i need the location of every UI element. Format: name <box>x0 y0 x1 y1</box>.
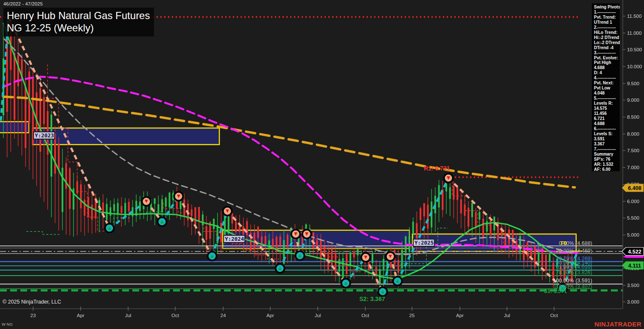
svg-text:5.000: 5.000 <box>627 232 639 237</box>
pivot-panel-line: Pvt High <box>594 60 620 65</box>
pivot-panel-line: Pvt Low <box>594 86 620 91</box>
svg-text:24: 24 <box>221 313 226 318</box>
pivot-panel-line: 4.688 <box>594 121 620 126</box>
svg-text:6.000: 6.000 <box>627 199 639 204</box>
year-range-chip[interactable]: Y:2025 <box>413 239 434 246</box>
pivot-panel-line: Pvt. Next: <box>594 81 620 86</box>
chart-window: Y:2023Y:2024Y:20250.00% (4.688)20.00% (4… <box>0 0 644 329</box>
svg-text:Y:2023: Y:2023 <box>35 132 54 139</box>
svg-text:Oct: Oct <box>361 313 370 318</box>
pivot-panel-line: 7.------------- <box>594 147 620 152</box>
copyright-label: © 2025 NinjaTrader, LLC <box>3 299 61 305</box>
svg-text:Y:2024: Y:2024 <box>225 236 244 242</box>
svg-text:Oct: Oct <box>171 313 179 318</box>
pivot-panel-line: 2.------------- <box>594 25 620 30</box>
price-marker: 6.408 <box>622 184 644 192</box>
svg-text:Jul: Jul <box>125 313 132 318</box>
pivot-panel-line: D: 4 <box>594 70 620 75</box>
pivot-panel-line: 4.048 <box>594 91 620 96</box>
pivot-panel-line: AR: 1.532 <box>594 162 620 167</box>
pivot-panel-line: Summary <box>594 152 620 157</box>
fib-level-label: 78.60% (3.826) <box>556 270 592 276</box>
pivot-panel-line: AF: 6.00 <box>594 167 620 172</box>
svg-text:Oct: Oct <box>550 313 558 318</box>
svg-text:9.500: 9.500 <box>627 81 639 86</box>
svg-text:4.111: 4.111 <box>628 263 641 269</box>
pivot-panel-line: 11.456 <box>594 111 620 116</box>
fib-level-label: 61.80% (4.010) <box>556 264 592 270</box>
pivot-panel-line: 1.------------- <box>594 10 620 15</box>
pivot-panel-line: Pvt. Evolve: <box>594 56 620 61</box>
svg-text:7.500: 7.500 <box>627 148 639 153</box>
svg-text:9.000: 9.000 <box>627 98 639 103</box>
price-marker: 4.522 <box>622 248 644 258</box>
price-axis[interactable]: 11.50011.00010.50010.0009.5009.0008.5008… <box>623 14 642 304</box>
pivot-panel-line: Lo:-2 DTrend <box>594 40 620 45</box>
svg-text:Apr: Apr <box>77 313 84 318</box>
level-annotation: S1: 3.591 <box>544 288 567 294</box>
svg-text:Jul: Jul <box>315 313 321 318</box>
year-range-rect <box>33 128 219 145</box>
svg-text:6.408: 6.408 <box>628 185 641 191</box>
chart-title-line1: Henry Hub Natural Gas Futures <box>7 9 150 22</box>
svg-text:8.000: 8.000 <box>627 131 639 137</box>
year-range-chip[interactable]: Y:2024 <box>224 235 245 243</box>
pivot-panel-line: Hi:-2 DTrend <box>594 35 620 40</box>
pivot-panel-line: HiLo Trend: <box>594 30 620 35</box>
fib-level-label: 20.00% (4.469) <box>556 248 592 254</box>
svg-text:8.500: 8.500 <box>627 114 639 120</box>
instrument-label: W NG <box>2 322 13 326</box>
svg-text:Y:2025: Y:2025 <box>414 240 434 246</box>
trail-stop-line <box>26 231 59 234</box>
svg-text:25: 25 <box>409 313 415 318</box>
date-range-label: 46/2022 - 47/2025 <box>3 1 43 6</box>
pivot-panel-line: 4.688 <box>594 65 620 70</box>
svg-text:3.500: 3.500 <box>627 283 639 288</box>
swing-pivots-panel: Swing Pivots1.-------------Pvt. Trend:UT… <box>592 3 620 171</box>
chart-title: Henry Hub Natural Gas Futures NG 12-25 (… <box>3 8 154 36</box>
pivot-panel-line: Pvt. Trend: <box>594 15 620 20</box>
pivot-panel-line: Levels R: <box>594 101 620 106</box>
svg-text:Jul: Jul <box>504 313 510 318</box>
level-annotation: R1: 6.721 <box>424 165 450 172</box>
pivot-panel-line: 3.------------- <box>594 50 620 56</box>
year-range-chip[interactable]: Y:2023 <box>34 132 55 139</box>
pivot-panel-line: SP's: 76 <box>594 157 620 162</box>
price-marker: 4.111 <box>622 262 644 270</box>
ninjatrader-logo: NINJATRADER <box>594 321 641 328</box>
svg-text:23: 23 <box>31 313 36 318</box>
chart-canvas[interactable]: Y:2023Y:2024Y:20250.00% (4.688)20.00% (4… <box>0 0 644 329</box>
svg-text:7.000: 7.000 <box>627 165 639 170</box>
level-annotation: S2: 3.367 <box>359 296 385 302</box>
level-annotation: F0 <box>561 240 567 246</box>
svg-text:5.500: 5.500 <box>627 215 639 220</box>
pivot-panel-line: UTrend 1 <box>594 20 620 25</box>
svg-text:11.500: 11.500 <box>627 14 641 19</box>
pivot-panel-line: 4.------------- <box>594 75 620 81</box>
svg-text:Apr: Apr <box>456 313 464 318</box>
ma-slow-magenta <box>3 77 578 253</box>
svg-text:10.500: 10.500 <box>627 47 642 52</box>
svg-text:11.000: 11.000 <box>627 31 641 36</box>
pivot-panel-line: DTrend -4 <box>594 45 620 50</box>
pivot-panel-line: 3.367 <box>594 142 620 147</box>
svg-text:3.000: 3.000 <box>627 299 639 304</box>
svg-text:10.000: 10.000 <box>627 64 642 69</box>
pivot-panel-line: 14.575 <box>594 106 620 111</box>
chart-title-line2: NG 12-25 (Weekly) <box>7 22 150 34</box>
pivot-panel-line: 3.591 <box>594 137 620 142</box>
svg-text:4.522: 4.522 <box>628 249 641 255</box>
pivot-panel-line: 5.------------- <box>594 96 620 101</box>
ma-mid-gray <box>4 39 575 254</box>
time-axis[interactable]: 23AprJulOct24AprJulOct25AprJulOct <box>31 307 558 318</box>
svg-text:Apr: Apr <box>266 313 274 318</box>
pivot-panel-line: Levels S: <box>594 131 620 137</box>
pivot-panel-line: 6.------------- <box>594 126 620 131</box>
fib-level-label: 100.00% (3.591) <box>553 278 592 284</box>
pivot-panel-line: 6.721 <box>594 116 620 121</box>
pivot-panel-line: Swing Pivots <box>594 5 620 10</box>
